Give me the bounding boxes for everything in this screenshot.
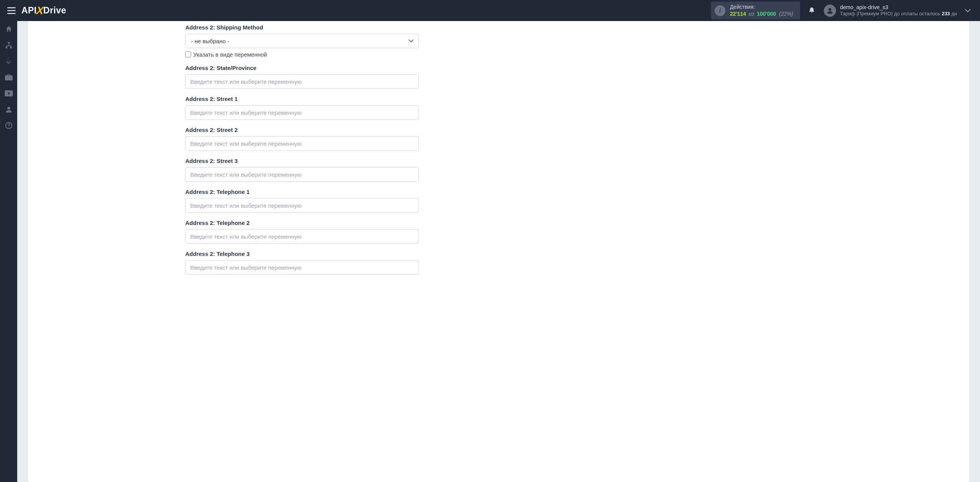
field-label: Address 2: State/Province bbox=[185, 65, 419, 71]
svg-point-10 bbox=[8, 127, 9, 127]
actions-label: Действия: bbox=[730, 4, 794, 11]
street3-input[interactable] bbox=[185, 167, 419, 182]
sidebar-item-help[interactable] bbox=[0, 117, 17, 134]
field-tel2: Address 2: Telephone 2 bbox=[185, 220, 419, 244]
logo-part1: API bbox=[21, 5, 37, 16]
tel2-input[interactable] bbox=[185, 229, 419, 244]
field-label: Address 2: Telephone 1 bbox=[185, 189, 419, 195]
user-menu-chevron[interactable] bbox=[959, 3, 976, 18]
briefcase-icon bbox=[5, 74, 13, 81]
form: Address 2: Shipping Method - не выбрано … bbox=[185, 24, 419, 275]
user-name: demo_apix-drive_s3 bbox=[840, 4, 957, 11]
checkbox-label: Указать в виде переменной bbox=[193, 51, 267, 58]
field-label: Address 2: Street 2 bbox=[185, 127, 419, 133]
info-icon: i bbox=[715, 5, 725, 16]
sidebar-item-account[interactable] bbox=[0, 101, 17, 117]
svg-rect-1 bbox=[7, 10, 16, 11]
logo[interactable]: API X Drive bbox=[21, 5, 66, 17]
field-tel1: Address 2: Telephone 1 bbox=[185, 189, 419, 213]
sidebar-item-connections[interactable] bbox=[0, 37, 17, 53]
select-value: - не выбрано - bbox=[191, 38, 229, 44]
field-tel3: Address 2: Telephone 3 bbox=[185, 251, 419, 275]
street1-input[interactable] bbox=[185, 105, 419, 120]
svg-rect-6 bbox=[10, 47, 12, 48]
question-icon bbox=[5, 122, 13, 129]
svg-rect-5 bbox=[5, 47, 7, 48]
sitemap-icon bbox=[5, 41, 13, 49]
svg-point-3 bbox=[829, 8, 831, 11]
svg-rect-0 bbox=[7, 7, 16, 8]
field-street3: Address 2: Street 3 bbox=[185, 158, 419, 182]
field-label: Address 2: Telephone 2 bbox=[185, 220, 419, 226]
menu-toggle-button[interactable] bbox=[4, 3, 19, 18]
sidebar-item-home[interactable] bbox=[0, 21, 17, 37]
user-subline: Тариф |Премиум PRO| до оплаты осталось 2… bbox=[840, 11, 957, 17]
notifications-button[interactable] bbox=[803, 3, 820, 18]
sidebar-item-billing[interactable] bbox=[0, 53, 17, 69]
field-label: Address 2: Street 1 bbox=[185, 96, 419, 102]
user-text: demo_apix-drive_s3 Тариф |Премиум PRO| д… bbox=[840, 4, 957, 17]
sidebar bbox=[0, 21, 17, 482]
field-street2: Address 2: Street 2 bbox=[185, 127, 419, 151]
field-label: Address 2: Street 3 bbox=[185, 158, 419, 164]
youtube-icon bbox=[5, 90, 13, 96]
dollar-icon bbox=[6, 57, 11, 65]
shipping-variable-checkbox[interactable] bbox=[185, 52, 191, 57]
sidebar-item-toolbox[interactable] bbox=[0, 69, 17, 85]
user-icon bbox=[826, 7, 834, 15]
chevron-down-icon bbox=[408, 39, 414, 43]
field-label: Address 2: Telephone 3 bbox=[185, 251, 419, 257]
shipping-variable-checkbox-row[interactable]: Указать в виде переменной bbox=[185, 51, 419, 58]
tel3-input[interactable] bbox=[185, 260, 419, 275]
bell-icon bbox=[808, 7, 815, 15]
tel1-input[interactable] bbox=[185, 198, 419, 213]
svg-rect-4 bbox=[8, 42, 10, 44]
actions-usage-pill[interactable]: i Действия: 22'114 из 100'000 (22%) bbox=[711, 2, 800, 20]
field-shipping-method: Address 2: Shipping Method - не выбрано … bbox=[185, 24, 419, 58]
user-icon bbox=[5, 106, 13, 113]
logo-part2: Drive bbox=[43, 5, 66, 16]
field-label: Address 2: Shipping Method bbox=[185, 24, 419, 31]
form-panel: Address 2: Shipping Method - не выбрано … bbox=[28, 21, 969, 482]
svg-point-8 bbox=[7, 107, 10, 110]
actions-text: Действия: 22'114 из 100'000 (22%) bbox=[730, 4, 794, 17]
chevron-down-icon bbox=[965, 9, 971, 13]
actions-value: 22'114 из 100'000 (22%) bbox=[730, 11, 794, 18]
svg-rect-2 bbox=[7, 13, 16, 14]
state-input[interactable] bbox=[185, 74, 419, 89]
field-street1: Address 2: Street 1 bbox=[185, 96, 419, 120]
shipping-method-select[interactable]: - не выбрано - bbox=[185, 34, 419, 48]
user-menu[interactable]: demo_apix-drive_s3 Тариф |Премиум PRO| д… bbox=[824, 4, 959, 17]
home-icon bbox=[5, 25, 13, 33]
topbar: API X Drive i Действия: 22'114 из 100'00… bbox=[0, 0, 980, 21]
hamburger-icon bbox=[7, 7, 16, 14]
page: Address 2: Shipping Method - не выбрано … bbox=[17, 21, 980, 482]
field-state: Address 2: State/Province bbox=[185, 65, 419, 89]
sidebar-item-video[interactable] bbox=[0, 85, 17, 101]
street2-input[interactable] bbox=[185, 136, 419, 151]
logo-x: X bbox=[36, 5, 44, 17]
avatar bbox=[824, 5, 836, 17]
